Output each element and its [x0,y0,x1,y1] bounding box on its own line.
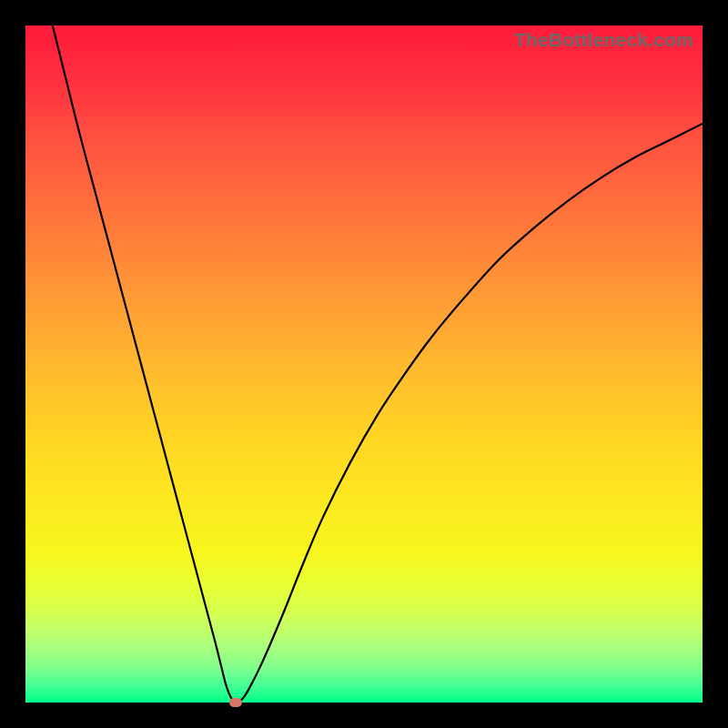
bottleneck-curve [53,25,703,703]
plot-area: TheBottleneck.com [25,25,703,703]
curve-svg [25,25,703,703]
optimum-marker [229,698,242,707]
chart-frame: TheBottleneck.com [0,0,728,728]
